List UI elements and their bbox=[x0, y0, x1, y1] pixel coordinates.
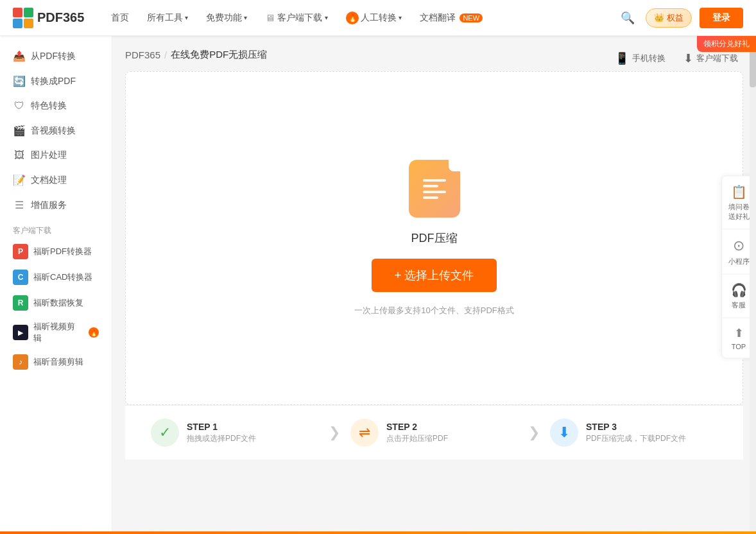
new-badge: NEW bbox=[460, 13, 483, 22]
sidebar-item-special[interactable]: 🛡 特色转换 bbox=[0, 94, 112, 118]
image-icon: 🖼 bbox=[13, 150, 26, 161]
shield-icon: 🛡 bbox=[13, 100, 26, 112]
vip-button[interactable]: 👑 权益 bbox=[646, 8, 692, 28]
sidebar-item-to-pdf[interactable]: 🔄 转换成PDF bbox=[0, 69, 112, 94]
app-icon-video: ▶ bbox=[13, 325, 28, 340]
phone-icon: 📱 bbox=[615, 51, 629, 65]
sidebar-app-cad-converter[interactable]: C 福昕CAD转换器 bbox=[0, 264, 112, 290]
nav-doc-translate[interactable]: 文档翻译 NEW bbox=[412, 8, 490, 28]
nav-all-tools[interactable]: 所有工具 ▾ bbox=[139, 8, 196, 28]
step-arrow-2: ❯ bbox=[528, 424, 540, 441]
sidebar-item-vip-service[interactable]: ☰ 增值服务 bbox=[0, 193, 112, 218]
step1-icon: ✓ bbox=[151, 418, 179, 447]
breadcrumb-separator: / bbox=[164, 49, 167, 60]
upload-title: PDF压缩 bbox=[411, 230, 458, 246]
search-button[interactable]: 🔍 bbox=[617, 8, 638, 28]
main-content: PDF365 / 在线免费PDF无损压缩 📱 手机转换 ⬇ 客户端下载 bbox=[112, 36, 756, 534]
sidebar-item-av[interactable]: 🎬 音视频转换 bbox=[0, 118, 112, 143]
step2-icon: ⇌ bbox=[350, 418, 379, 447]
doc-icon: 📝 bbox=[13, 174, 26, 186]
app-icon-audio: ♪ bbox=[13, 354, 28, 370]
step-arrow-1: ❯ bbox=[329, 424, 340, 441]
sidebar-app-video-edit[interactable]: ▶ 福昕视频剪辑 🔥 bbox=[0, 316, 112, 349]
app-icon-cad: C bbox=[13, 270, 28, 285]
sidebar-download-section: 客户端下载 bbox=[0, 218, 112, 239]
header-right: 🔍 👑 权益 登录 bbox=[617, 8, 743, 28]
scrollbar-track[interactable] bbox=[750, 36, 756, 531]
header: PDF365 首页 所有工具 ▾ 免费功能 ▾ 🖥 客户端下载 ▾ 🔥 人工转换… bbox=[0, 0, 756, 36]
main-nav: 首页 所有工具 ▾ 免费功能 ▾ 🖥 客户端下载 ▾ 🔥 人工转换 ▾ 文档翻译… bbox=[103, 8, 617, 28]
step-2: ⇌ STEP 2 点击开始压缩PDF bbox=[350, 418, 518, 447]
headset-icon: 🎧 bbox=[731, 282, 747, 298]
step2-text: STEP 2 点击开始压缩PDF bbox=[386, 422, 448, 444]
list-icon: ☰ bbox=[13, 199, 26, 211]
survey-icon: 📋 bbox=[731, 184, 747, 200]
nav-home[interactable]: 首页 bbox=[103, 8, 137, 28]
sidebar-app-audio-edit[interactable]: ♪ 福昕音频剪辑 bbox=[0, 349, 112, 375]
step1-text: STEP 1 拖拽或选择PDF文件 bbox=[187, 422, 256, 444]
step3-icon: ⬇ bbox=[550, 418, 578, 447]
nav-manual-convert[interactable]: 🔥 人工转换 ▾ bbox=[338, 8, 409, 28]
reward-badge[interactable]: 领积分兑好礼 bbox=[697, 36, 756, 52]
download-icon: ⬇ bbox=[683, 51, 693, 65]
video-icon: 🎬 bbox=[13, 125, 26, 137]
hot-badge: 🔥 bbox=[89, 327, 99, 338]
chevron-down-icon: ▾ bbox=[244, 14, 247, 21]
logo[interactable]: PDF365 bbox=[13, 8, 84, 28]
bottom-bar bbox=[0, 531, 756, 534]
sidebar: 📤 从PDF转换 🔄 转换成PDF 🛡 特色转换 🎬 音视频转换 🖼 图片处理 … bbox=[0, 36, 112, 534]
sidebar-item-from-pdf[interactable]: 📤 从PDF转换 bbox=[0, 44, 112, 69]
chevron-down-icon: ▾ bbox=[399, 14, 402, 21]
step-3: ⬇ STEP 3 PDF压缩完成，下载PDF文件 bbox=[550, 418, 717, 447]
chevron-down-icon: ▾ bbox=[325, 14, 328, 21]
login-button[interactable]: 登录 bbox=[700, 8, 743, 28]
to-pdf-icon: 🔄 bbox=[13, 75, 26, 87]
layout: 📤 从PDF转换 🔄 转换成PDF 🛡 特色转换 🎬 音视频转换 🖼 图片处理 … bbox=[0, 36, 756, 534]
fire-icon: 🔥 bbox=[346, 12, 359, 24]
monitor-icon: 🖥 bbox=[265, 12, 275, 23]
sidebar-app-pdf-converter[interactable]: P 福昕PDF转换器 bbox=[0, 239, 112, 264]
nav-client-download[interactable]: 🖥 客户端下载 ▾ bbox=[257, 8, 336, 28]
upload-area[interactable]: PDF压缩 + 选择上传文件 一次上传最多支持10个文件、支持PDF格式 bbox=[125, 71, 743, 405]
logo-text: PDF365 bbox=[37, 10, 84, 25]
app-icon-recovery: R bbox=[13, 295, 28, 311]
mobile-convert-button[interactable]: 📱 手机转换 bbox=[610, 49, 671, 68]
chevron-down-icon: ▾ bbox=[185, 14, 188, 21]
crown-icon: 👑 bbox=[654, 13, 664, 22]
upload-hint: 一次上传最多支持10个文件、支持PDF格式 bbox=[354, 305, 513, 316]
miniapp-icon: ⊙ bbox=[733, 237, 744, 254]
upload-file-button[interactable]: + 选择上传文件 bbox=[372, 259, 497, 292]
nav-free-features[interactable]: 免费功能 ▾ bbox=[198, 8, 255, 28]
step-1: ✓ STEP 1 拖拽或选择PDF文件 bbox=[151, 418, 318, 447]
steps-section: ✓ STEP 1 拖拽或选择PDF文件 ❯ ⇌ STEP 2 点击开始压缩PDF… bbox=[125, 405, 743, 460]
app-icon-pdf: P bbox=[13, 244, 28, 259]
step3-text: STEP 3 PDF压缩完成，下载PDF文件 bbox=[586, 422, 686, 444]
pdf-compress-icon bbox=[409, 160, 460, 218]
sidebar-item-doc[interactable]: 📝 文档处理 bbox=[0, 168, 112, 193]
sidebar-app-data-recovery[interactable]: R 福昕数据恢复 bbox=[0, 290, 112, 316]
from-pdf-icon: 📤 bbox=[13, 50, 26, 62]
sidebar-item-image[interactable]: 🖼 图片处理 bbox=[0, 143, 112, 168]
arrow-up-icon: ⬆ bbox=[734, 326, 744, 340]
logo-icon bbox=[13, 8, 33, 28]
